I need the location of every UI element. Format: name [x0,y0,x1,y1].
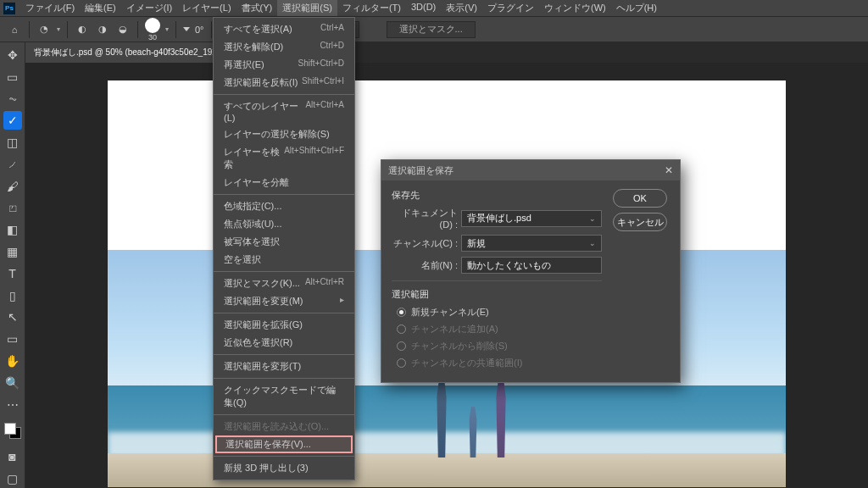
zoom-tool[interactable]: 🔍 [3,374,22,392]
save-selection-dialog: 選択範囲を保存 ✕ 保存先 ドキュメント(D) : 背景伸ばし.psd⌄ チャン… [381,159,681,383]
document-tabs: 背景伸ばし.psd @ 50% (beach-g40f3c50e2_1920..… [25,42,868,63]
tools-panel: ✥ ▭ ⏦ ✓ ◫ ⟋ 🖌 ⏍ ◧ ▦ T ▯ ↖ ▭ ✋ 🔍 ⋯ ◙ ▢ [0,42,25,488]
menu-3[interactable]: レイヤー(L) [177,0,236,16]
menu-item[interactable]: すべてのレイヤー(L)Alt+Ctrl+A [214,97,354,125]
document-select[interactable]: 背景伸ばし.psd⌄ [461,210,602,227]
menubar: Ps ファイル(F)編集(E)イメージ(I)レイヤー(L)書式(Y)選択範囲(S… [0,0,868,17]
menu-item[interactable]: 焦点領域(U)... [214,215,354,233]
menu-item[interactable]: すべてを選択(A)Ctrl+A [214,20,354,38]
ok-button[interactable]: OK [613,189,667,208]
channel-select[interactable]: 新規⌄ [461,235,602,252]
color-swatches[interactable] [4,423,21,440]
brush-preview[interactable] [145,18,160,33]
menu-11[interactable]: ヘルプ(H) [611,0,662,16]
eyedropper-tool[interactable]: ⟋ [3,155,22,174]
menu-item[interactable]: 色域指定(C)... [214,197,354,215]
radio-option[interactable]: 新規チャンネル(E) [392,306,602,319]
home-icon[interactable]: ⌂ [7,22,22,37]
menu-item[interactable]: 選択とマスク(K)...Alt+Ctrl+R [214,274,354,292]
radio-option: チャンネルとの共通範囲(I) [392,357,602,369]
menu-8[interactable]: 表示(V) [441,0,482,16]
new-select-icon[interactable]: ◒ [115,22,131,37]
menu-item[interactable]: 選択範囲を拡張(G) [214,316,354,334]
menu-item[interactable]: 再選択(E)Shift+Ctrl+D [214,56,354,74]
menu-10[interactable]: ウィンドウ(W) [539,0,611,16]
more-tools[interactable]: ⋯ [3,396,22,414]
eraser-tool[interactable]: ◧ [3,220,22,239]
app-icon: Ps [3,3,15,14]
menu-item[interactable]: 選択範囲を保存(V)... [215,435,353,453]
add-select-icon[interactable]: ◐ [75,22,90,37]
dialog-titlebar[interactable]: 選択範囲を保存 ✕ [381,160,680,180]
marquee-tool[interactable]: ▭ [3,68,22,86]
menu-9[interactable]: プラグイン [482,0,539,16]
quickselect-icon[interactable]: ◔ [36,22,52,37]
menu-item[interactable]: 選択を解除(D)Ctrl+D [214,38,354,56]
clone-tool[interactable]: ⏍ [3,199,22,218]
menu-item[interactable]: レイヤーの選択を解除(S) [214,125,354,143]
close-icon[interactable]: ✕ [665,164,673,176]
channel-label: チャンネル(C) : [392,237,458,250]
select-menu-dropdown: すべてを選択(A)Ctrl+A選択を解除(D)Ctrl+D再選択(E)Shift… [213,17,355,480]
radio-option: チャンネルに追加(A) [392,323,602,336]
name-label: 名前(N) : [392,259,458,272]
brush-size: 30 [148,33,157,42]
menu-item[interactable]: レイヤーを分離 [214,174,354,191]
radio-option: チャンネルから削除(S) [392,340,602,352]
menu-item[interactable]: 空を選択 [214,251,354,269]
document-label: ドキュメント(D) : [392,207,458,230]
menu-item: 選択範囲を読み込む(O)... [214,418,354,435]
angle-icon[interactable] [183,27,190,31]
move-tool[interactable]: ✥ [3,46,22,64]
menu-item[interactable]: 選択範囲を反転(I)Shift+Ctrl+I [214,74,354,92]
quickselect-tool[interactable]: ✓ [3,111,22,130]
menu-1[interactable]: 編集(E) [80,0,121,16]
menu-2[interactable]: イメージ(I) [121,0,177,16]
hand-tool[interactable]: ✋ [3,352,22,370]
dialog-title: 選択範囲を保存 [388,164,453,177]
select-mask-button[interactable]: 選択とマスク... [387,21,476,38]
name-input[interactable]: 動かしたくないもの [461,257,602,274]
menu-0[interactable]: ファイル(F) [20,0,80,16]
shape-tool[interactable]: ▭ [3,330,22,348]
options-bar: ⌂ ◔ ▾ ◐ ◑ ◒ 30 ▾ 0° ▱ 被写体を選択 選択とマスク... [0,17,868,42]
menu-5[interactable]: 選択範囲(S) [277,0,337,16]
menu-6[interactable]: フィルター(T) [337,0,406,16]
sub-select-icon[interactable]: ◑ [95,22,110,37]
lasso-tool[interactable]: ⏦ [3,90,22,108]
screenmode-tool[interactable]: ▢ [3,469,22,488]
document-tab-title: 背景伸ばし.psd @ 50% (beach-g40f3c50e2_1920..… [34,47,229,58]
brush-tool[interactable]: 🖌 [3,177,22,196]
menu-item[interactable]: クイックマスクモードで編集(Q) [214,381,354,412]
menu-item[interactable]: レイヤーを検索Alt+Shift+Ctrl+F [214,143,354,174]
menu-item[interactable]: 選択範囲を変更(M)▸ [214,292,354,310]
menu-item[interactable]: 近似色を選択(R) [214,334,354,352]
menu-item[interactable]: 選択範囲を変形(T) [214,358,354,375]
menu-item[interactable]: 新規 3D 押し出し(3) [214,459,354,477]
quickmask-tool[interactable]: ◙ [3,447,22,466]
path-tool[interactable]: ↖ [3,308,22,327]
menu-item[interactable]: 被写体を選択 [214,233,354,251]
gradient-tool[interactable]: ▦ [3,242,22,261]
menu-7[interactable]: 3D(D) [406,0,441,16]
destination-label: 保存先 [392,189,602,202]
menu-4[interactable]: 書式(Y) [236,0,278,16]
pen-tool[interactable]: ▯ [3,286,22,305]
type-tool[interactable]: T [3,264,22,283]
range-label: 選択範囲 [392,288,602,301]
crop-tool[interactable]: ◫ [3,133,22,152]
cancel-button[interactable]: キャンセル [613,213,667,231]
